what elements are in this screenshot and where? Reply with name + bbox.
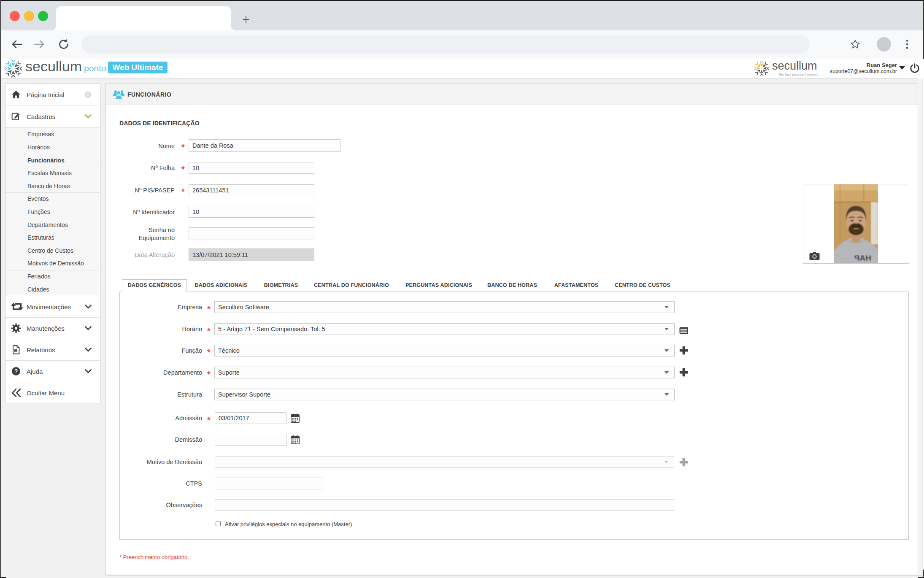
svg-text:?: ? bbox=[14, 368, 18, 375]
svg-text:HAP: HAP bbox=[854, 254, 871, 262]
